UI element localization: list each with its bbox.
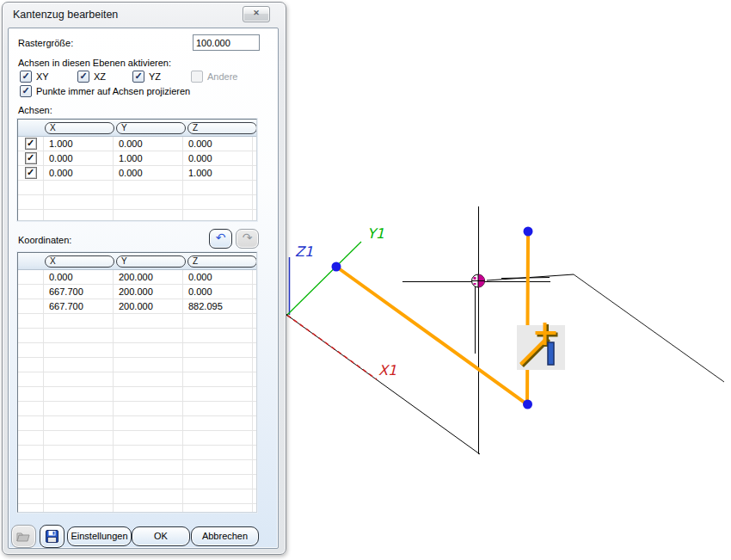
table-row-empty [18, 181, 256, 195]
polyline-edge[interactable] [336, 232, 528, 404]
check-icon: ✓ [134, 71, 142, 80]
vertex-point-3[interactable] [524, 227, 533, 237]
table-row-empty [18, 504, 256, 513]
axes-table: X Y Z ✓ 1.000 0.000 0.000 ✓ 0.000 1.000 … [17, 119, 257, 221]
planes-section-label: Achsen in diesen Ebenen aktivieren: [18, 58, 171, 68]
vertex-point-2[interactable] [523, 400, 532, 409]
undo-button[interactable]: ↶ [209, 229, 232, 249]
model-edge-right [574, 274, 724, 382]
table-row[interactable]: ✓ 0.000 1.000 0.000 [18, 151, 256, 166]
axes-table-body: ✓ 1.000 0.000 0.000 ✓ 0.000 1.000 0.000 … [18, 137, 256, 221]
folder-open-icon [16, 531, 31, 543]
undo-icon: ↶ [216, 231, 226, 244]
checkbox-option-andere: Andere [191, 71, 237, 83]
table-row-empty [18, 475, 256, 489]
table-row-empty [18, 446, 256, 460]
checkbox-xy-label: XY [36, 71, 49, 82]
koordinaten-label: Koordinaten: [18, 235, 71, 245]
table-row-empty [18, 343, 256, 358]
checkbox-xz[interactable]: ✓ [77, 71, 89, 83]
table-row-empty [18, 402, 256, 416]
column-header-y[interactable]: Y [116, 122, 186, 134]
table-row-empty [18, 210, 256, 221]
checkbox-option-projizieren[interactable]: ✓ Punkte immer auf Achsen projizieren [20, 85, 190, 97]
settings-button[interactable]: Einstellungen [67, 526, 132, 546]
checkbox-yz[interactable]: ✓ [132, 71, 144, 83]
column-header-z[interactable]: Z [187, 122, 257, 134]
raster-input[interactable] [193, 34, 260, 51]
checkbox-projizieren-label: Punkte immer auf Achsen projizieren [36, 86, 190, 96]
dialog-kantenzug-bearbeiten: Kantenzug bearbeiten ✕ Rastergröße: Achs… [2, 2, 286, 555]
achsen-label: Achsen: [18, 105, 52, 115]
table-row-empty [18, 372, 256, 387]
model-edge-bottom [287, 316, 480, 455]
column-header-z[interactable]: Z [187, 255, 257, 268]
checkbox-option-xy[interactable]: ✓ XY [20, 71, 49, 83]
table-row-empty [18, 329, 256, 343]
cancel-button[interactable]: Abbrechen [191, 526, 259, 546]
checkbox-xz-label: XZ [94, 71, 106, 82]
check-icon: ✓ [22, 71, 29, 80]
check-icon: ✓ [79, 71, 87, 80]
ok-button[interactable]: OK [132, 526, 190, 546]
column-header-y[interactable]: Y [116, 255, 186, 268]
z-axis-label: Z1 [295, 243, 313, 260]
close-icon: ✕ [253, 9, 260, 17]
row-checkbox[interactable]: ✓ [25, 138, 37, 150]
row-checkbox[interactable]: ✓ [25, 152, 37, 164]
checkbox-yz-label: YZ [149, 71, 161, 82]
checkbox-projizieren[interactable]: ✓ [20, 85, 32, 97]
check-icon: ✓ [22, 86, 29, 95]
coords-table-body: 0.000 200.000 0.000 667.700 200.000 0.00… [18, 270, 256, 513]
table-row[interactable]: ✓ 1.000 0.000 0.000 [18, 137, 256, 151]
table-row-empty [18, 416, 256, 431]
save-icon [46, 530, 58, 543]
close-button[interactable]: ✕ [243, 6, 270, 22]
table-row[interactable]: 667.700 200.000 882.095 [18, 299, 256, 314]
table-row-empty [18, 460, 256, 475]
checkbox-andere-label: Andere [207, 71, 237, 82]
column-header-x[interactable]: X [45, 122, 114, 134]
x-axis-line [287, 316, 377, 380]
checkbox-xy[interactable]: ✓ [20, 71, 32, 83]
title-bar[interactable]: Kantenzug bearbeiten ✕ [3, 3, 286, 27]
checkbox-option-yz[interactable]: ✓ YZ [132, 71, 161, 83]
coords-table-header: X Y Z [18, 253, 256, 270]
table-row-empty [18, 358, 256, 372]
table-row-empty [18, 387, 256, 402]
tool-cursor-icon [517, 323, 565, 370]
table-row-empty [18, 195, 256, 210]
window-title: Kantenzug bearbeiten [13, 9, 118, 21]
checkbox-option-xz[interactable]: ✓ XZ [77, 71, 106, 83]
checkbox-andere [191, 71, 203, 83]
table-row-empty [18, 431, 256, 446]
vertex-point-1[interactable] [332, 262, 341, 272]
x-axis-label: X1 [378, 362, 396, 378]
raster-label: Rastergröße: [18, 38, 73, 48]
table-row[interactable]: 667.700 200.000 0.000 [18, 285, 256, 299]
app-root: { "window": { "title": "Kantenzug bearbe… [0, 0, 731, 560]
table-row[interactable]: ✓ 0.000 0.000 1.000 [18, 166, 256, 181]
table-row-empty [18, 314, 256, 329]
coordinates-table: X Y Z 0.000 200.000 0.000 667.700 200.00… [17, 252, 257, 513]
y-axis-label: Y1 [367, 225, 384, 242]
model-edge-top2 [501, 278, 550, 279]
column-header-x[interactable]: X [45, 255, 114, 268]
snap-indicator-icon [472, 274, 485, 287]
row-checkbox[interactable]: ✓ [25, 167, 37, 179]
content-panel: Rastergröße: Achsen in diesen Ebenen akt… [8, 28, 279, 549]
table-row[interactable]: 0.000 200.000 0.000 [18, 270, 256, 285]
redo-icon: ↷ [243, 231, 253, 244]
axes-table-header: X Y Z [18, 120, 256, 137]
redo-button: ↷ [236, 229, 259, 249]
save-button[interactable] [40, 525, 64, 548]
table-row-empty [18, 489, 256, 504]
open-button [11, 525, 36, 548]
